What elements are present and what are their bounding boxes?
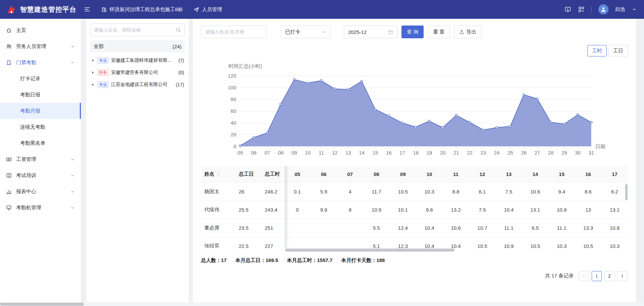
sidebar-item-access-attendance[interactable]: 门禁考勤 [0,54,81,71]
chart-point [253,136,255,138]
tree-item-all[interactable]: 全部 (24) [90,40,185,52]
column-header-label: 06 [321,171,327,177]
pagination-prev-button[interactable] [579,271,589,281]
value-cell: 11.1 [495,219,522,237]
project-name: 怀洪新河治理工程总承包施工6标 [110,6,183,13]
export-button[interactable]: 导出 [454,26,482,38]
company-search-field[interactable] [90,24,185,36]
x-axis-tick: 18 [413,150,419,156]
sidebar-item-home[interactable]: 主页 [0,22,81,38]
x-axis-label: 日期 [595,143,605,149]
user-menu-chevron-icon[interactable] [632,7,637,12]
toggle-workhours-button[interactable]: 工时 [587,45,607,56]
chart-point [536,98,538,100]
value-cell: 12.4 [390,219,416,237]
query-button[interactable]: 查 询 [401,26,424,38]
chart-point [307,82,309,84]
value-cell [284,237,311,248]
value-cell: 7.5 [469,201,495,219]
sidebar-item-attendance-machine[interactable]: 考勤机管理 [0,200,81,216]
column-header-day-11: 11 [443,166,469,183]
table-hscroll-thumb[interactable] [285,249,454,252]
sidebar-item-salary-management[interactable]: 工资管理 [0,151,81,167]
personnel-label: 人员管理 [202,6,222,13]
column-header-label: 14 [532,171,538,177]
summary-value: 17 [221,257,227,263]
pagination-page-1[interactable]: 1 [592,271,602,281]
collapse-menu-icon[interactable] [84,6,91,13]
company-search-input[interactable] [94,27,173,33]
chevron-up-icon [70,60,75,65]
attendance-chart[interactable]: 020406080100120时间汇总(小时)05060708091011121… [201,57,628,160]
month-picker-value: 2025-12 [348,29,367,35]
value-cell: 10.3 [416,183,443,201]
value-cell: 10.9 [363,201,390,219]
chevron-down-icon [70,157,75,162]
y-axis-tick: 60 [231,108,236,114]
sidebar-subitem-monthly-report[interactable]: 考勤月报 [0,103,81,119]
x-axis-tick: 29 [561,150,567,156]
sidebar-item-report-center[interactable]: 报表中心 [0,183,81,200]
column-header-label: 05 [294,171,300,177]
x-axis-tick: 26 [521,150,527,156]
reset-button[interactable]: 重 置 [428,26,450,38]
toggle-workdays-button[interactable]: 工日 [608,45,628,56]
sidebar-subitem-label: 考勤日报 [20,92,40,98]
worker-name-cell: 董必庚 [201,219,235,237]
sidebar-subitem-daily-report[interactable]: 考勤日报 [0,87,81,103]
sidebar-subitem-clock-records[interactable]: 打卡记录 [0,71,81,87]
table-horizontal-scrollbar[interactable] [201,249,628,252]
value-cell [337,219,363,237]
value-cell: 10.6 [522,183,548,201]
name-search-input[interactable] [205,29,262,35]
status-select[interactable]: 已打卡 [281,26,330,38]
chart-point [239,145,241,147]
summary-value: 169.5 [266,257,278,263]
page-hscroll-thumb[interactable] [0,303,84,306]
value-cell: 10.6 [443,219,469,237]
sidebar-subitem-continuous-absence[interactable]: 连续无考勤 [0,119,81,135]
company-tree-item[interactable]: 专业江苏金地建设工程有限公司(17) [90,79,185,91]
month-picker[interactable]: 2025-12 [344,26,397,38]
x-axis-tick: 30 [575,150,581,156]
column-header-label: 总工时 [265,171,280,177]
page-horizontal-scrollbar[interactable] [0,302,644,306]
value-cell: 8 [337,201,363,219]
user-name[interactable]: 邱浩 [615,6,625,13]
name-search-field[interactable] [201,26,267,38]
company-name: 安徽建工集团蚌埠建材有限... [111,57,176,63]
sidebar-subitem-blacklist[interactable]: 考勤黑名单 [0,135,81,151]
worker-name-cell: 代续伟 [201,201,235,219]
project-nav-item[interactable]: 怀洪新河治理工程总承包施工6标 [101,6,183,13]
workers-icon [6,44,12,49]
personnel-nav-item[interactable]: 人员管理 [194,6,222,13]
value-cell: 9.4 [548,183,575,201]
sidebar-item-label: 报表中心 [16,188,70,195]
pagination-next-button[interactable] [617,271,627,281]
company-tree-item[interactable]: 劳务安徽常建劳务有限公司(0) [90,67,185,79]
company-tree-item[interactable]: 专业安徽建工集团蚌埠建材有限...(7) [90,54,185,67]
table-vertical-scrollbar[interactable] [625,184,628,200]
sidebar-subitem-label: 连续无考勤 [20,124,45,130]
monitor-icon[interactable] [565,6,571,13]
sidebar-item-exam-training[interactable]: 考试培训 [0,167,81,183]
sidebar-menu: 主页劳务人员管理门禁考勤打卡记录考勤日报考勤月报连续无考勤考勤黑名单工资管理考试… [0,22,81,216]
sidebar-item-labor-management[interactable]: 劳务人员管理 [0,38,81,54]
column-header-label: 17 [612,171,618,177]
chart-point [523,94,525,96]
table-row: 杨国太26246.20.15.9411.710.510.38.86.17.510… [201,183,628,201]
pagination-page-2[interactable]: 2 [604,271,614,281]
y-axis-tick: 0 [233,143,236,149]
column-header-day-09: 09 [390,166,416,183]
value-cell [337,237,363,248]
x-axis-tick: 25 [507,150,513,156]
qrcode-icon[interactable] [578,6,585,13]
value-cell: 5.9 [311,183,337,201]
user-avatar[interactable] [598,4,608,14]
company-type-tag: 专业 [97,57,109,64]
chart-point [347,88,349,90]
column-header-name[interactable]: 姓名 [201,166,235,183]
sidebar-item-label: 门禁考勤 [16,59,70,66]
column-header-label: 总工日 [239,171,254,177]
column-header-total-workhours: 总工时 [261,166,284,183]
